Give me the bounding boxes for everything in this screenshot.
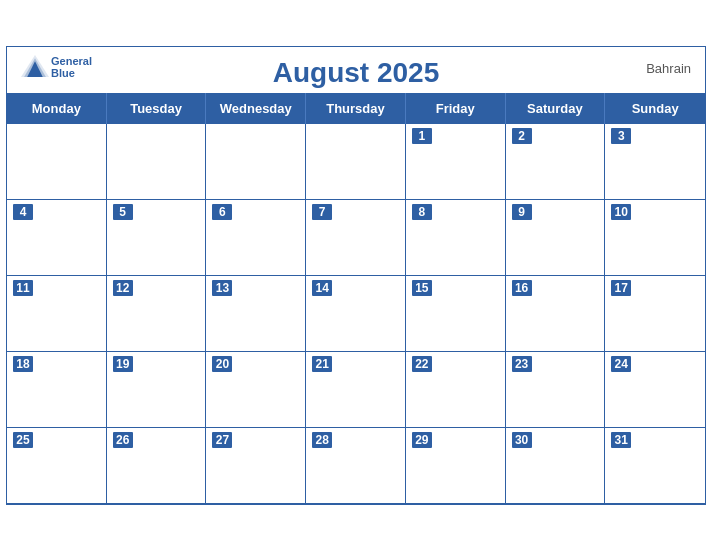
calendar-cell: 9: [506, 200, 606, 276]
logo-area: General Blue: [21, 55, 92, 79]
calendar-grid: 1234567891011121314151617181920212223242…: [7, 124, 705, 504]
day-header-thursday: Thursday: [306, 93, 406, 124]
calendar-cell: 6: [206, 200, 306, 276]
day-number: 27: [212, 432, 232, 448]
day-header-monday: Monday: [7, 93, 107, 124]
day-number: 30: [512, 432, 532, 448]
calendar-header: General Blue August 2025 Bahrain: [7, 47, 705, 93]
calendar-cell: 11: [7, 276, 107, 352]
day-number: 23: [512, 356, 532, 372]
calendar-cell: 24: [605, 352, 705, 428]
calendar-title: August 2025: [27, 57, 685, 89]
calendar-cell: 30: [506, 428, 606, 504]
calendar-cell: 31: [605, 428, 705, 504]
calendar-cell: 27: [206, 428, 306, 504]
day-number: 17: [611, 280, 631, 296]
day-number: 3: [611, 128, 631, 144]
day-header-wednesday: Wednesday: [206, 93, 306, 124]
day-number: 12: [113, 280, 133, 296]
logo-blue-text: Blue: [51, 67, 92, 79]
day-number: 10: [611, 204, 631, 220]
calendar-cell: 4: [7, 200, 107, 276]
generalblue-logo-icon: [21, 55, 49, 77]
day-number: 24: [611, 356, 631, 372]
calendar-cell: 19: [107, 352, 207, 428]
calendar-cell: [107, 124, 207, 200]
calendar-cell: 12: [107, 276, 207, 352]
day-number: 7: [312, 204, 332, 220]
day-number: 11: [13, 280, 33, 296]
calendar-cell: 22: [406, 352, 506, 428]
calendar-cell: 23: [506, 352, 606, 428]
calendar-cell: 21: [306, 352, 406, 428]
day-number: 28: [312, 432, 332, 448]
calendar-cell: 28: [306, 428, 406, 504]
calendar-cell: 17: [605, 276, 705, 352]
day-number: 4: [13, 204, 33, 220]
calendar-cell: 5: [107, 200, 207, 276]
calendar-cell: 1: [406, 124, 506, 200]
calendar-cell: 14: [306, 276, 406, 352]
day-number: 18: [13, 356, 33, 372]
day-number: 25: [13, 432, 33, 448]
day-number: 26: [113, 432, 133, 448]
day-number: 16: [512, 280, 532, 296]
calendar-cell: 26: [107, 428, 207, 504]
calendar-cell: 13: [206, 276, 306, 352]
day-number: 31: [611, 432, 631, 448]
day-header-saturday: Saturday: [506, 93, 606, 124]
day-number: 14: [312, 280, 332, 296]
day-number: 19: [113, 356, 133, 372]
day-number: 2: [512, 128, 532, 144]
country-label: Bahrain: [646, 61, 691, 76]
calendar-cell: 20: [206, 352, 306, 428]
logo-general-text: General: [51, 55, 92, 67]
calendar-cell: 8: [406, 200, 506, 276]
calendar-cell: [7, 124, 107, 200]
day-number: 5: [113, 204, 133, 220]
calendar-cell: [206, 124, 306, 200]
day-number: 13: [212, 280, 232, 296]
day-header-friday: Friday: [406, 93, 506, 124]
calendar-cell: 18: [7, 352, 107, 428]
day-number: 8: [412, 204, 432, 220]
day-number: 15: [412, 280, 432, 296]
day-number: 9: [512, 204, 532, 220]
day-number: 1: [412, 128, 432, 144]
calendar-cell: 25: [7, 428, 107, 504]
day-number: 22: [412, 356, 432, 372]
calendar-cell: 7: [306, 200, 406, 276]
calendar-cell: 10: [605, 200, 705, 276]
day-number: 21: [312, 356, 332, 372]
day-number: 29: [412, 432, 432, 448]
day-header-tuesday: Tuesday: [107, 93, 207, 124]
calendar-cell: 3: [605, 124, 705, 200]
calendar-cell: [306, 124, 406, 200]
calendar-cell: 29: [406, 428, 506, 504]
calendar-cell: 2: [506, 124, 606, 200]
calendar-cell: 16: [506, 276, 606, 352]
day-header-sunday: Sunday: [605, 93, 705, 124]
days-header: Monday Tuesday Wednesday Thursday Friday…: [7, 93, 705, 124]
day-number: 6: [212, 204, 232, 220]
day-number: 20: [212, 356, 232, 372]
calendar-cell: 15: [406, 276, 506, 352]
calendar-container: General Blue August 2025 Bahrain Monday …: [6, 46, 706, 505]
